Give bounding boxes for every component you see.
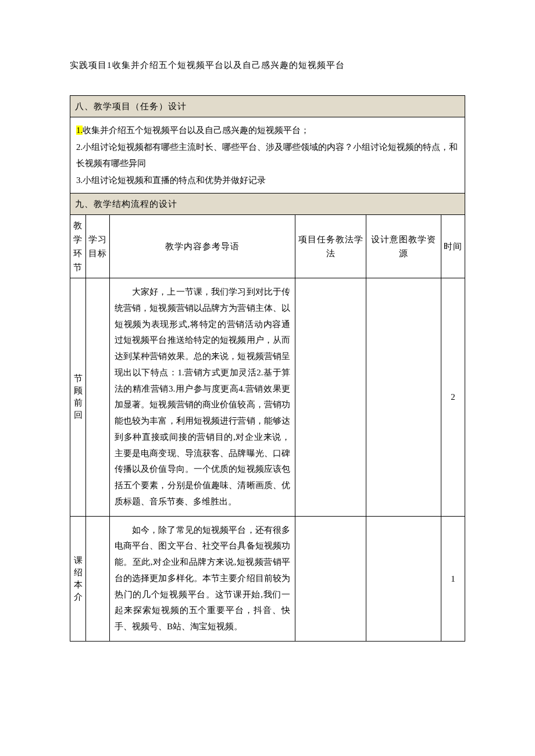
row-2-content: 如今，除了常见的短视频平台，还有很多电商平台、图文平台、社交平台具备短视频功能。…	[109, 516, 295, 641]
table-row: 节顾前回 大家好，上一节课，我们学习到对比于传统营销，短视频营销以品牌方为营销主…	[70, 278, 465, 517]
row-1-method	[295, 278, 366, 517]
header-purpose: 设计意图教学资源	[366, 215, 441, 278]
row-2-time: 1	[441, 516, 465, 641]
task-line-3: 3.小组讨论短视频和直播的特点和优势并做好记录	[76, 172, 459, 189]
section-8-title: 八、教学项目（任务）设计	[70, 96, 465, 117]
table-header-row: 教学环节 学习目标 教学内容参考导语 项目任务教法学法 设计意图教学资源 时间	[70, 215, 465, 278]
task-1-number-highlight: 1.	[76, 126, 83, 135]
row-1-content: 大家好，上一节课，我们学习到对比于传统营销，短视频营销以品牌方为营销主体、以短视…	[109, 278, 295, 517]
header-method: 项目任务教法学法	[295, 215, 366, 278]
header-phase: 教学环节	[70, 215, 86, 278]
section-8-tasks-row: 1.收集并介绍五个短视频平台以及自己感兴趣的短视频平台； 2.小组讨论短视频都有…	[70, 117, 465, 194]
table-row: 课绍本介 如今，除了常见的短视频平台，还有很多电商平台、图文平台、社交平台具备短…	[70, 516, 465, 641]
task-line-1: 1.收集并介绍五个短视频平台以及自己感兴趣的短视频平台；	[76, 122, 459, 139]
task-line-2: 2.小组讨论短视频都有哪些主流时长、哪些平台、涉及哪些领域的内容？小组讨论短视频…	[76, 139, 459, 172]
row-2-purpose	[366, 516, 441, 641]
lesson-plan-table: 八、教学项目（任务）设计 1.收集并介绍五个短视频平台以及自己感兴趣的短视频平台…	[70, 95, 465, 642]
row-2-phase: 课绍本介	[70, 516, 86, 641]
row-1-goal	[86, 278, 110, 517]
section-8-tasks: 1.收集并介绍五个短视频平台以及自己感兴趣的短视频平台； 2.小组讨论短视频都有…	[70, 117, 465, 194]
header-goal: 学习目标	[86, 215, 110, 278]
row-1-phase: 节顾前回	[70, 278, 86, 517]
header-content: 教学内容参考导语	[109, 215, 295, 278]
row-2-method	[295, 516, 366, 641]
task-1-text: 收集并介绍五个短视频平台以及自己感兴趣的短视频平台；	[83, 126, 309, 135]
section-9-title: 九、教学结构流程的设计	[70, 194, 465, 215]
section-8-header-row: 八、教学项目（任务）设计	[70, 96, 465, 117]
row-1-time: 2	[441, 278, 465, 517]
row-2-goal	[86, 516, 110, 641]
section-9-header-row: 九、教学结构流程的设计	[70, 194, 465, 215]
header-time: 时间	[441, 215, 465, 278]
row-1-purpose	[366, 278, 441, 517]
page-intro: 实践项目1收集并介绍五个短视频平台以及自己感兴趣的短视频平台	[70, 58, 465, 72]
